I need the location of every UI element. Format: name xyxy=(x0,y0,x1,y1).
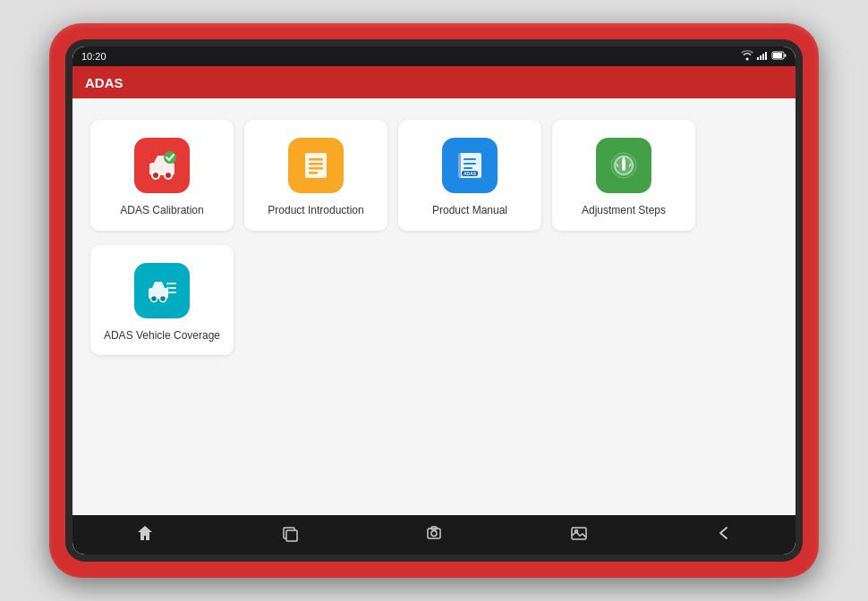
svg-rect-13 xyxy=(309,163,323,165)
svg-point-34 xyxy=(166,291,169,293)
battery-icon xyxy=(772,51,787,62)
app-tile-adas-vehicle-coverage[interactable]: ADAS Vehicle Coverage xyxy=(90,245,234,356)
status-time: 10:20 xyxy=(81,51,106,62)
app-tile-adjustment-steps[interactable]: Adjustment Steps xyxy=(552,120,695,231)
nav-bar xyxy=(72,515,796,554)
app-tile-product-introduction[interactable]: Product Introduction xyxy=(244,120,387,231)
status-bar: 10:20 xyxy=(72,47,796,66)
back-nav-button[interactable] xyxy=(714,524,732,546)
svg-point-9 xyxy=(165,172,172,179)
svg-text:ADAS: ADAS xyxy=(464,171,477,176)
adas-vehicle-coverage-icon-bg xyxy=(134,263,190,318)
product-manual-label: Product Manual xyxy=(432,204,507,218)
screenshot-nav-button[interactable] xyxy=(425,524,443,546)
svg-rect-36 xyxy=(286,530,297,541)
app-tile-adas-calibration[interactable]: ADAS Calibration xyxy=(90,120,234,231)
svg-rect-5 xyxy=(773,53,782,58)
recents-nav-button[interactable] xyxy=(280,524,298,546)
adas-calibration-icon-bg xyxy=(134,138,190,193)
list-doc-icon xyxy=(300,149,332,182)
svg-rect-14 xyxy=(309,167,323,170)
svg-rect-15 xyxy=(309,172,318,174)
adjustment-steps-icon-bg xyxy=(596,138,651,193)
hand-touch-icon xyxy=(608,149,640,182)
tablet-device: 10:20 xyxy=(49,23,819,578)
svg-rect-1 xyxy=(760,55,762,60)
tablet-inner-frame: 10:20 xyxy=(65,39,803,562)
adjustment-steps-label: Adjustment Steps xyxy=(582,204,666,218)
svg-rect-0 xyxy=(757,57,759,60)
adas-vehicle-coverage-label: ADAS Vehicle Coverage xyxy=(104,329,220,343)
tablet-screen: 10:20 xyxy=(72,47,796,554)
status-icons-group xyxy=(742,51,787,62)
svg-rect-31 xyxy=(169,292,176,293)
wifi-icon xyxy=(742,51,753,62)
svg-rect-20 xyxy=(464,167,472,169)
svg-point-32 xyxy=(166,282,169,284)
svg-rect-2 xyxy=(762,54,764,60)
svg-rect-19 xyxy=(464,163,476,165)
svg-point-8 xyxy=(152,172,159,179)
svg-point-27 xyxy=(151,295,157,301)
app-tile-product-manual[interactable]: ADAS Product Manual xyxy=(398,120,541,231)
svg-point-28 xyxy=(160,295,166,301)
page-title: ADAS xyxy=(85,75,123,90)
svg-point-38 xyxy=(431,530,437,536)
signal-icon xyxy=(757,51,768,62)
product-introduction-label: Product Introduction xyxy=(268,204,363,218)
title-bar: ADAS xyxy=(72,66,796,98)
product-manual-icon-bg: ADAS xyxy=(442,138,498,193)
svg-rect-29 xyxy=(169,283,176,284)
app-grid-row-2: ADAS Vehicle Coverage xyxy=(90,245,778,356)
gallery-nav-button[interactable] xyxy=(570,524,588,546)
svg-rect-12 xyxy=(309,158,323,161)
svg-rect-30 xyxy=(169,287,176,289)
product-introduction-icon-bg xyxy=(288,138,344,193)
car-list-icon xyxy=(145,274,179,308)
car-check-icon xyxy=(145,148,179,182)
adas-calibration-label: ADAS Calibration xyxy=(120,204,203,218)
app-grid-row-1: ADAS Calibration xyxy=(90,120,778,231)
svg-rect-11 xyxy=(305,153,327,178)
svg-rect-3 xyxy=(765,52,767,60)
home-nav-button[interactable] xyxy=(136,524,154,546)
svg-point-33 xyxy=(166,286,169,289)
main-content: ADAS Calibration xyxy=(72,98,796,515)
svg-rect-17 xyxy=(458,153,461,178)
svg-rect-6 xyxy=(785,55,787,57)
book-adas-icon: ADAS xyxy=(454,149,486,182)
svg-rect-18 xyxy=(464,158,476,160)
